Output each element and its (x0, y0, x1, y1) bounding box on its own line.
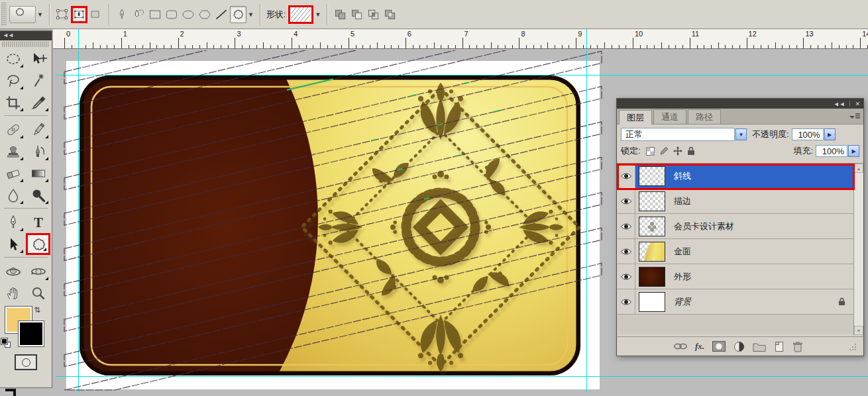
tool-3d-orbit[interactable] (26, 260, 50, 282)
lock-all-icon[interactable] (687, 146, 695, 156)
visibility-toggle[interactable] (617, 164, 635, 188)
tab-layers[interactable]: 图层 (619, 110, 652, 124)
horizontal-ruler[interactable]: 01234567891011121314 (53, 29, 868, 49)
quick-mask-button[interactable] (15, 354, 37, 370)
layer-style-icon[interactable]: fx. (695, 341, 704, 352)
layer-list-scrollbar[interactable]: ▲ ▼ (853, 164, 863, 335)
blend-mode-caret-icon[interactable]: ▼ (735, 128, 747, 140)
visibility-toggle[interactable] (617, 289, 635, 314)
opacity-input[interactable]: 100% (792, 128, 824, 140)
adjustment-layer-icon[interactable] (733, 341, 745, 352)
background-color-swatch[interactable] (19, 321, 44, 346)
rectangle-tool-button[interactable] (147, 6, 164, 23)
tool-healing-brush[interactable] (1, 119, 25, 140)
layer-row-sucai[interactable]: 会员卡设计素材 (617, 214, 855, 239)
visibility-toggle[interactable] (617, 239, 635, 264)
layer-thumbnail[interactable] (639, 292, 665, 312)
tool-preset-picker[interactable] (9, 6, 36, 23)
tool-path-selection[interactable] (1, 233, 25, 255)
layer-name[interactable]: 金面 (674, 246, 855, 258)
tool-history-brush[interactable] (26, 140, 50, 162)
layer-name[interactable]: 背景 (674, 296, 838, 308)
layer-row-xiexian[interactable]: 斜线 (617, 164, 855, 189)
new-group-icon[interactable] (753, 342, 766, 352)
fill-slider-button[interactable]: ▶ (848, 145, 859, 157)
tool-eyedropper[interactable] (26, 91, 50, 113)
tool-move[interactable] (26, 48, 50, 70)
shape-preset-caret-icon[interactable]: ▼ (315, 11, 321, 18)
tool-clone-stamp[interactable] (1, 140, 25, 162)
lock-position-icon[interactable] (673, 146, 682, 156)
tool-custom-shape[interactable] (26, 233, 50, 255)
link-layers-icon[interactable] (674, 342, 687, 350)
tool-elliptical-marquee[interactable] (1, 48, 25, 70)
layer-thumbnail[interactable] (639, 166, 665, 186)
layer-row-waixing[interactable]: 外形 (617, 264, 855, 289)
lock-pixels-icon[interactable] (659, 146, 669, 156)
blend-mode-select[interactable]: 正常 (621, 128, 735, 141)
shape-preset-swatch[interactable] (288, 5, 313, 24)
tool-pen[interactable] (1, 211, 25, 233)
tool-pencil[interactable] (26, 119, 50, 140)
layer-name[interactable]: 斜线 (674, 170, 855, 182)
tool-blur[interactable] (1, 184, 25, 206)
visibility-toggle[interactable] (617, 214, 635, 238)
opacity-slider-button[interactable]: ▶ (824, 128, 836, 140)
exclude-shape-area-button[interactable] (382, 6, 398, 23)
layer-name[interactable]: 外形 (674, 271, 855, 283)
add-mask-icon[interactable] (712, 341, 726, 352)
polygon-tool-button[interactable] (197, 6, 213, 23)
custom-shape-tool-button[interactable] (230, 6, 246, 23)
layer-row-beijing[interactable]: 背景 (617, 289, 855, 315)
fill-input[interactable]: 100% (816, 145, 847, 157)
tool-magic-wand[interactable] (26, 70, 50, 91)
panel-close-button[interactable]: ✕ (855, 101, 860, 107)
tool-gradient[interactable] (26, 162, 50, 184)
scroll-down-icon[interactable]: ▼ (854, 326, 863, 335)
tool-burn[interactable] (26, 184, 50, 206)
tool-hand[interactable] (1, 282, 25, 304)
layer-name[interactable]: 会员卡设计素材 (674, 221, 855, 232)
paths-mode-button[interactable] (71, 6, 87, 23)
new-layer-icon[interactable] (774, 341, 785, 352)
panel-resize-grip[interactable] (847, 342, 857, 351)
tool-type[interactable]: T (26, 211, 50, 233)
tool-zoom[interactable] (26, 282, 50, 304)
swap-colors-icon[interactable]: ⇄ (33, 307, 42, 313)
tool-preset-caret-icon[interactable]: ▼ (37, 11, 43, 18)
layer-thumbnail[interactable] (639, 242, 665, 262)
layer-name[interactable]: 描边 (674, 195, 855, 207)
layer-thumbnail[interactable] (639, 191, 665, 211)
panel-menu-icon[interactable] (849, 113, 860, 121)
palette-grip[interactable] (2, 41, 50, 47)
layer-thumbnail[interactable] (639, 217, 665, 236)
tool-eraser[interactable] (1, 162, 25, 184)
subtract-shape-area-button[interactable] (349, 6, 365, 23)
layer-row-miaobian[interactable]: 描边 (617, 189, 855, 214)
shape-tool-caret-icon[interactable]: ▼ (248, 11, 254, 18)
tab-channels[interactable]: 通道 (653, 109, 686, 124)
layer-thumbnail[interactable] (639, 267, 665, 287)
ellipse-tool-button[interactable] (180, 6, 197, 23)
line-tool-button[interactable] (213, 6, 230, 23)
pen-tool-button[interactable] (114, 6, 131, 23)
tool-3d-rotate[interactable] (1, 260, 25, 282)
lock-transparency-icon[interactable] (646, 147, 655, 156)
shape-layers-mode-button[interactable] (54, 6, 71, 23)
add-shape-area-button[interactable] (332, 6, 349, 23)
panel-collapse-button[interactable]: ◄◄ (834, 101, 845, 107)
delete-layer-icon[interactable] (792, 341, 803, 352)
layer-row-jinmian[interactable]: 金面 (617, 239, 855, 264)
options-bar-grip[interactable] (1, 3, 7, 26)
intersect-shape-area-button[interactable] (365, 6, 382, 23)
tool-lasso[interactable] (1, 70, 25, 91)
visibility-toggle[interactable] (617, 189, 635, 213)
scroll-up-icon[interactable]: ▲ (854, 164, 863, 173)
default-colors-icon[interactable] (1, 338, 11, 348)
rounded-rectangle-tool-button[interactable] (164, 6, 180, 23)
freeform-pen-tool-button[interactable] (131, 6, 147, 23)
palette-collapse-button[interactable]: ◄◄ (0, 31, 52, 40)
visibility-toggle[interactable] (617, 264, 635, 289)
fill-pixels-mode-button[interactable] (87, 6, 104, 23)
tool-crop[interactable] (1, 91, 25, 113)
